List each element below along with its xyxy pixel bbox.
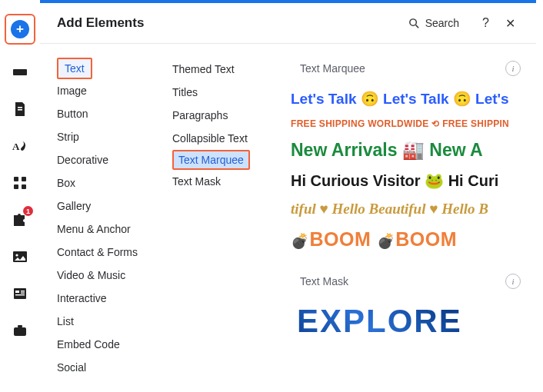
marquee-preset-hello-beautiful[interactable]: tiful ♥ Hello Beautiful ♥ Hello B xyxy=(291,201,536,218)
add-elements-panel: Add Elements Search ? ✕ Text Image Butto… xyxy=(40,3,536,392)
category-item-gallery[interactable]: Gallery xyxy=(40,194,162,218)
section-title: Text Marquee xyxy=(300,62,365,75)
category-item-embed-code[interactable]: Embed Code xyxy=(40,333,162,356)
svg-point-9 xyxy=(15,254,18,256)
bomb-icon: 💣 xyxy=(377,233,396,249)
section-icon[interactable] xyxy=(11,63,29,81)
subcategory-item-text-mask[interactable]: Text Mask xyxy=(162,170,286,193)
svg-rect-10 xyxy=(14,288,26,299)
notification-badge: 1 xyxy=(23,206,33,216)
section-header-mask: Text Mask i xyxy=(286,261,536,303)
marquee-preset-lets-talk[interactable]: Let's Talk 🙃 Let's Talk 🙃 Let's xyxy=(291,90,536,108)
apps-icon[interactable] xyxy=(11,174,29,192)
element-preview-column: Text Marquee i Let's Talk 🙃 Let's Talk 🙃… xyxy=(286,44,536,392)
svg-rect-1 xyxy=(18,107,22,108)
editor-left-toolbar: + A 1 xyxy=(0,3,40,392)
svg-point-17 xyxy=(409,18,416,25)
category-item-interactive[interactable]: Interactive xyxy=(40,287,162,310)
text-mask-preset-explore[interactable]: EXPLORE xyxy=(286,303,536,340)
content-manager-icon[interactable] xyxy=(11,284,29,303)
subcategory-item-paragraphs[interactable]: Paragraphs xyxy=(162,104,286,127)
category-item-button[interactable]: Button xyxy=(40,102,162,125)
svg-rect-11 xyxy=(15,291,19,293)
media-icon[interactable] xyxy=(11,247,29,266)
page-icon[interactable] xyxy=(11,100,29,118)
subcategory-item-themed-text[interactable]: Themed Text xyxy=(162,58,286,81)
bomb-icon: 💣 xyxy=(291,233,310,249)
svg-rect-16 xyxy=(18,325,22,327)
search-label: Search xyxy=(425,17,459,29)
svg-rect-2 xyxy=(18,109,22,111)
plus-icon: + xyxy=(11,20,29,38)
subcategory-item-collapsible-text[interactable]: Collapsible Text xyxy=(162,127,286,150)
category-item-image[interactable]: Image xyxy=(40,79,162,102)
svg-rect-7 xyxy=(22,184,26,189)
section-title: Text Mask xyxy=(300,275,348,287)
primary-category-list: Text Image Button Strip Decorative Box G… xyxy=(40,44,162,392)
marquee-preset-new-arrivals[interactable]: New Arrivals 🏭 New A xyxy=(291,140,536,161)
category-item-video-music[interactable]: Video & Music xyxy=(40,264,162,287)
svg-rect-12 xyxy=(21,291,25,291)
svg-rect-6 xyxy=(14,184,18,189)
info-icon[interactable]: i xyxy=(505,274,521,289)
section-header-marquee: Text Marquee i xyxy=(286,58,536,90)
business-icon[interactable] xyxy=(11,321,29,340)
category-item-text[interactable]: Text xyxy=(57,58,92,79)
category-item-list[interactable]: List xyxy=(40,310,162,333)
marquee-previews: Let's Talk 🙃 Let's Talk 🙃 Let's FREE SHI… xyxy=(286,90,536,251)
category-item-menu-anchor[interactable]: Menu & Anchor xyxy=(40,218,162,241)
category-item-contact-forms[interactable]: Contact & Forms xyxy=(40,241,162,264)
panel-header: Add Elements Search ? ✕ xyxy=(40,3,536,44)
category-item-box[interactable]: Box xyxy=(40,171,162,194)
add-elements-button[interactable]: + xyxy=(5,14,35,45)
svg-rect-13 xyxy=(21,293,25,294)
puzzle-icon[interactable]: 1 xyxy=(11,211,29,229)
marquee-preset-boom[interactable]: 💣BOOM 💣BOOM xyxy=(291,228,536,251)
design-icon[interactable]: A xyxy=(11,137,29,155)
svg-rect-14 xyxy=(15,294,25,295)
panel-columns: Text Image Button Strip Decorative Box G… xyxy=(40,44,536,392)
category-item-strip[interactable]: Strip xyxy=(40,125,162,148)
close-button[interactable]: ✕ xyxy=(505,16,519,31)
svg-rect-0 xyxy=(13,69,27,75)
sub-category-list: Themed Text Titles Paragraphs Collapsibl… xyxy=(162,44,286,392)
marquee-preset-free-shipping[interactable]: FREE SHIPPING WORLDWIDE ⟲ FREE SHIPPIN xyxy=(291,118,536,129)
factory-icon: 🏭 xyxy=(402,140,425,160)
category-item-decorative[interactable]: Decorative xyxy=(40,148,162,171)
subcategory-item-text-marquee[interactable]: Text Marquee xyxy=(172,150,250,170)
svg-text:A: A xyxy=(12,141,20,152)
category-item-social[interactable]: Social xyxy=(40,356,162,379)
panel-title: Add Elements xyxy=(57,15,408,31)
svg-line-18 xyxy=(415,25,418,28)
svg-rect-15 xyxy=(14,327,26,336)
robot-icon: 🐸 xyxy=(425,172,444,189)
svg-rect-5 xyxy=(22,177,26,181)
help-button[interactable]: ? xyxy=(482,16,496,30)
search-button[interactable]: Search xyxy=(408,17,459,30)
svg-rect-4 xyxy=(14,177,18,181)
search-icon xyxy=(408,17,421,30)
info-icon[interactable]: i xyxy=(505,61,521,76)
subcategory-item-titles[interactable]: Titles xyxy=(162,81,286,104)
marquee-preset-curious-visitor[interactable]: Hi Curious Visitor 🐸 Hi Curi xyxy=(291,171,536,190)
